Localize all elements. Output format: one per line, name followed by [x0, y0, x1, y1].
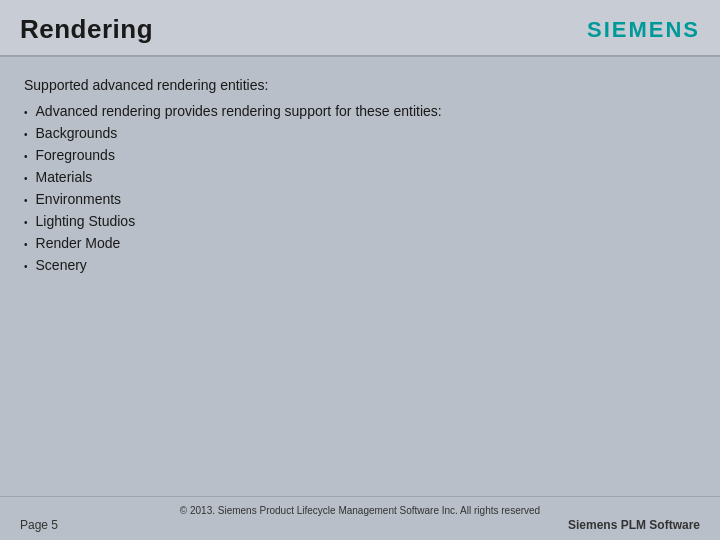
bullet-text: Environments — [36, 191, 122, 207]
list-item: • Scenery — [24, 255, 696, 277]
slide-container: Rendering SIEMENS Supported advanced ren… — [0, 0, 720, 540]
siemens-logo: SIEMENS — [587, 17, 700, 43]
bullet-icon: • — [24, 237, 28, 253]
bullet-text: Foregrounds — [36, 147, 115, 163]
bullet-text: Render Mode — [36, 235, 121, 251]
list-item: • Lighting Studios — [24, 211, 696, 233]
bullet-icon: • — [24, 127, 28, 143]
footer-bottom: Page 5 Siemens PLM Software — [20, 518, 700, 532]
bullet-icon: • — [24, 259, 28, 275]
list-item: • Materials — [24, 167, 696, 189]
content-area: Supported advanced rendering entities: •… — [0, 57, 720, 496]
bullet-icon: • — [24, 193, 28, 209]
bullet-text: Lighting Studios — [36, 213, 136, 229]
list-item: • Render Mode — [24, 233, 696, 255]
slide-title: Rendering — [20, 14, 153, 45]
copyright-text: © 2013. Siemens Product Lifecycle Manage… — [180, 505, 540, 516]
bullet-text: Backgrounds — [36, 125, 118, 141]
list-item: • Foregrounds — [24, 145, 696, 167]
page-number: Page 5 — [20, 518, 58, 532]
bullet-text: Advanced rendering provides rendering su… — [36, 103, 442, 119]
bullet-list: • Advanced rendering provides rendering … — [24, 101, 696, 277]
list-item: • Advanced rendering provides rendering … — [24, 101, 696, 123]
bullet-icon: • — [24, 105, 28, 121]
slide-footer: © 2013. Siemens Product Lifecycle Manage… — [0, 496, 720, 540]
company-name: Siemens PLM Software — [568, 518, 700, 532]
bullet-icon: • — [24, 171, 28, 187]
intro-text: Supported advanced rendering entities: — [24, 77, 696, 93]
bullet-text: Scenery — [36, 257, 87, 273]
list-item: • Backgrounds — [24, 123, 696, 145]
bullet-text: Materials — [36, 169, 93, 185]
slide-header: Rendering SIEMENS — [0, 0, 720, 57]
bullet-icon: • — [24, 215, 28, 231]
list-item: • Environments — [24, 189, 696, 211]
bullet-icon: • — [24, 149, 28, 165]
